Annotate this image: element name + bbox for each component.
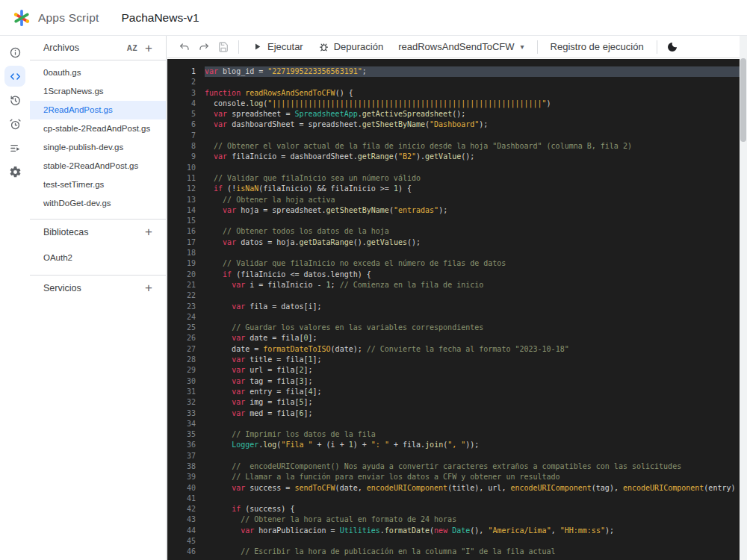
scrollbar-thumb[interactable] [740,58,746,142]
code-line[interactable]: var url = fila[2]; [205,365,740,376]
code-line[interactable]: // Imprimir los datos de la fila [205,429,740,440]
code-line[interactable]: function readRowsAndSendToCFW() { [205,88,740,99]
code-line[interactable]: var datos = hoja.getDataRange().getValue… [205,237,740,248]
code-line[interactable] [205,290,740,301]
sort-files-button[interactable]: AZ [124,40,140,56]
code-line[interactable]: var med = fila[6]; [205,408,740,419]
code-line[interactable] [205,536,740,547]
line-number[interactable]: 25 [167,323,196,333]
execution-log-button[interactable]: Registro de ejecución [543,36,651,57]
redo-button[interactable] [194,38,214,56]
add-file-button[interactable]: + [140,40,157,56]
code-line[interactable]: var entry = fila[4]; [205,387,740,397]
line-number[interactable]: 34 [167,419,196,429]
file-item[interactable]: OAuth2 [30,249,166,267]
file-item[interactable]: 2ReadAndPost.gs [30,101,166,119]
code-line[interactable]: // Escribir la hora de publicación en la… [205,547,740,557]
code-line[interactable]: // Obtener la hoja activa [205,195,740,205]
line-number[interactable]: 8 [167,141,196,152]
save-button[interactable] [214,38,233,56]
rail-item-executions[interactable] [4,137,25,158]
line-number[interactable]: 5 [167,109,196,119]
line-number[interactable]: 1 [167,66,196,77]
line-number[interactable]: 32 [167,397,196,408]
line-number[interactable]: 20 [167,270,196,280]
line-number[interactable]: 39 [167,472,196,482]
undo-button[interactable] [175,38,194,56]
line-number[interactable]: 7 [167,131,196,141]
code-line[interactable] [205,494,740,504]
line-number[interactable]: 4 [167,99,196,109]
file-item[interactable]: 1ScrapNews.gs [30,82,166,101]
line-number[interactable]: 21 [167,280,196,290]
code-line[interactable]: var date = fila[0]; [205,333,740,343]
code-editor[interactable]: 1234567891011121314151617181920212223242… [167,59,740,560]
code-line[interactable] [205,451,740,461]
code-line[interactable]: Logger.log("Fila " + (i + 1) + ": " + fi… [205,440,740,450]
code-line[interactable]: var blog_id = "2271995223356563191"; [205,66,740,77]
file-item[interactable]: withDoGet-dev.gs [30,194,166,213]
code-line[interactable]: var img = fila[5]; [205,397,740,408]
line-number[interactable]: 40 [167,483,196,494]
code-line[interactable]: var fila = datos[i]; [205,302,740,312]
line-number[interactable]: 37 [167,451,196,461]
rail-item-triggers[interactable] [4,113,25,134]
line-number[interactable]: 22 [167,290,196,301]
theme-toggle-button[interactable] [663,38,682,56]
line-number[interactable]: 10 [167,163,196,173]
run-button[interactable]: Ejecutar [244,36,311,57]
line-number[interactable]: 43 [167,514,196,525]
code-line[interactable]: var title = fila[1]; [205,355,740,365]
line-number[interactable]: 38 [167,461,196,472]
line-number[interactable]: 19 [167,258,196,269]
file-item[interactable]: test-setTimer.gs [30,175,166,194]
code-line[interactable]: var success = sendToCFW(date, encodeURIC… [205,483,740,494]
code-line[interactable]: var i = filaInicio - 1; // Comienza en l… [205,280,740,290]
code-line[interactable]: var spreadsheet = SpreadsheetApp.getActi… [205,109,740,119]
code-line[interactable] [205,216,740,226]
code-line[interactable]: // Guardar los valores en las variables … [205,323,740,333]
code-line[interactable]: // Obtener el valor actual de la fila de… [205,141,740,152]
line-number[interactable]: 42 [167,504,196,514]
code-line[interactable]: date = formatDateToISO(date); // Convier… [205,344,740,355]
line-number[interactable]: 33 [167,408,196,419]
file-item[interactable]: stable-2ReadAndPost.gs [30,157,166,175]
code-line[interactable] [205,163,740,173]
line-number[interactable]: 29 [167,365,196,376]
code-line[interactable] [205,419,740,429]
code-line[interactable]: var hoja = spreadsheet.getSheetByName("e… [205,205,740,216]
rail-item-overview[interactable] [4,42,25,63]
line-number[interactable]: 30 [167,376,196,387]
code-line[interactable]: // Obtener la hora actual en formato de … [205,514,740,525]
vertical-scrollbar[interactable] [740,36,747,560]
line-number[interactable]: 41 [167,494,196,504]
line-number[interactable]: 36 [167,440,196,450]
line-number[interactable]: 45 [167,536,196,547]
line-number[interactable]: 46 [167,547,196,557]
code-line[interactable]: // encodeURIComponent() Nos ayuda a conv… [205,461,740,472]
line-number[interactable]: 16 [167,226,196,237]
add-service-button[interactable]: + [140,280,157,296]
line-number[interactable]: 18 [167,248,196,258]
line-number[interactable]: 23 [167,302,196,312]
code-line[interactable]: var tag = fila[3]; [205,376,740,387]
file-item[interactable]: cp-stable-2ReadAndPost.gs [30,119,166,138]
code-line[interactable]: // Validar que filaInicio sea un número … [205,173,740,184]
code-line[interactable] [205,77,740,87]
code-line[interactable]: // Validar que filaInicio no exceda el n… [205,258,740,269]
rail-item-settings[interactable] [4,161,25,182]
add-library-button[interactable]: + [140,224,157,240]
line-number[interactable]: 6 [167,119,196,130]
code-line[interactable]: if (!isNaN(filaInicio) && filaInicio >= … [205,184,740,194]
rail-item-editor[interactable] [4,66,25,87]
code-line[interactable]: if (filaInicio <= datos.length) { [205,270,740,280]
code-line[interactable]: var dashboardSheet = spreadsheet.getShee… [205,119,740,130]
line-number[interactable]: 26 [167,333,196,343]
line-number[interactable]: 27 [167,344,196,355]
line-number[interactable]: 11 [167,173,196,184]
code-line[interactable] [205,131,740,141]
line-number[interactable]: 17 [167,237,196,248]
code-line[interactable]: // Obtener todos los datos de la hoja [205,226,740,237]
rail-item-project-history[interactable] [4,90,25,111]
line-number[interactable]: 31 [167,387,196,397]
